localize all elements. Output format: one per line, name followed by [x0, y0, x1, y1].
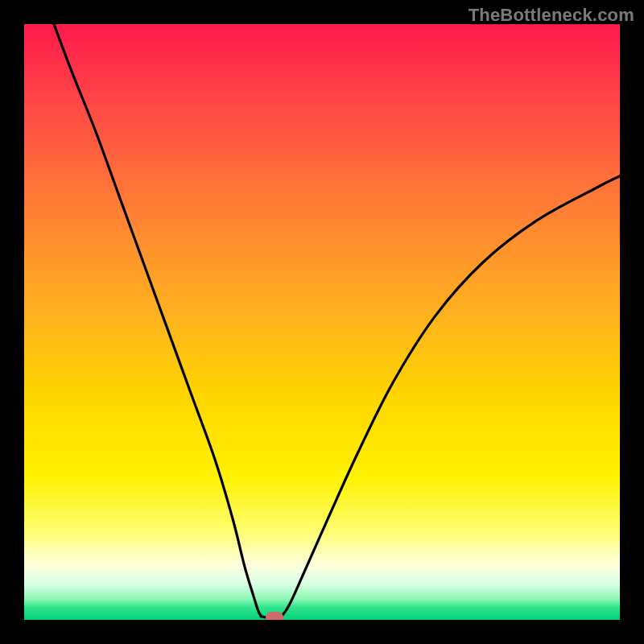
watermark-text: TheBottleneck.com	[469, 5, 634, 26]
curve-path	[54, 24, 620, 619]
optimum-marker	[266, 612, 283, 620]
plot-area	[24, 24, 620, 620]
bottleneck-curve	[24, 24, 620, 620]
